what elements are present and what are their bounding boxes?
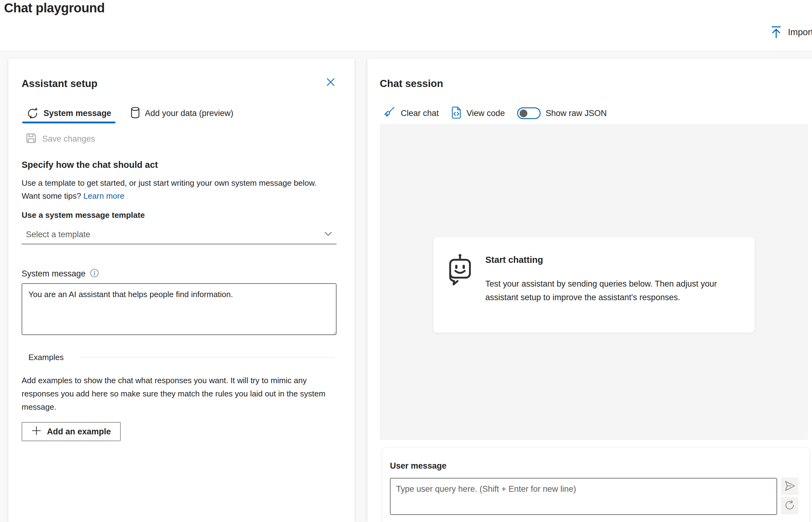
import-label: Import [788, 27, 812, 37]
save-icon [26, 133, 37, 145]
examples-section-header: Examples [22, 351, 336, 363]
save-changes-button[interactable]: Save changes [26, 133, 95, 145]
template-label: Use a system message template [22, 210, 145, 220]
show-raw-json-label: Show raw JSON [545, 108, 607, 118]
tab-add-your-data-label: Add your data (preview) [145, 108, 233, 118]
tab-add-your-data[interactable]: Add your data (preview) [125, 104, 238, 123]
tab-system-message-label: System message [43, 108, 111, 118]
user-message-label: User message [390, 461, 446, 471]
system-message-label: System message [22, 269, 85, 279]
start-chatting-title: Start chatting [485, 255, 543, 265]
code-document-icon [451, 106, 462, 120]
chat-playground-page: Chat playground Import Assistant setup [0, 0, 812, 522]
system-message-textarea[interactable]: You are an AI assistant that helps peopl… [22, 283, 336, 335]
chat-message-area: Start chatting Test your assistant by se… [380, 124, 808, 440]
clear-chat-label: Clear chat [401, 108, 439, 118]
intro-text-body: Use a template to get started, or just s… [22, 178, 316, 201]
import-button[interactable]: Import [770, 25, 812, 39]
retry-icon [784, 500, 795, 512]
toggle-knob [520, 109, 527, 117]
template-dropdown-value: Select a template [26, 230, 91, 239]
start-chatting-description: Test your assistant by sending queries b… [485, 277, 735, 304]
intro-text: Use a template to get started, or just s… [22, 177, 333, 202]
add-example-label: Add an example [47, 427, 111, 437]
close-panel-button[interactable] [324, 76, 337, 89]
view-code-label: View code [466, 108, 505, 118]
chat-session-panel: Chat session Clear chat [367, 59, 812, 522]
close-icon [325, 77, 336, 88]
tab-system-message[interactable]: System message [22, 104, 116, 123]
database-icon [130, 107, 140, 120]
chevron-down-icon [324, 231, 333, 238]
clear-chat-button[interactable]: Clear chat [384, 106, 439, 120]
start-chatting-card: Start chatting Test your assistant by se… [433, 237, 755, 333]
send-icon [784, 480, 796, 493]
send-button[interactable] [781, 478, 798, 495]
chat-session-toolbar: Clear chat View code [384, 104, 607, 123]
page-title: Chat playground [4, 1, 105, 16]
system-message-label-row: System message [22, 268, 99, 279]
header-divider [0, 51, 812, 51]
template-dropdown[interactable]: Select a template [22, 225, 336, 244]
assistant-setup-tabs: System message Add your data (preview) [22, 104, 238, 123]
retry-button[interactable] [781, 497, 798, 514]
save-changes-label: Save changes [42, 134, 95, 144]
user-message-input[interactable] [390, 478, 777, 515]
page-header: Chat playground Import [0, 0, 812, 51]
learn-more-link[interactable]: Learn more [83, 191, 124, 201]
examples-label: Examples [28, 353, 64, 362]
show-raw-json-toggle[interactable] [517, 107, 541, 119]
plus-icon [32, 426, 41, 438]
section-heading: Specify how the chat should act [22, 160, 158, 170]
robot-chat-icon [444, 253, 475, 287]
view-code-button[interactable]: View code [451, 106, 505, 120]
add-example-button[interactable]: Add an example [22, 422, 121, 441]
user-message-card: User message [382, 447, 810, 522]
assistant-setup-title: Assistant setup [22, 78, 98, 89]
examples-description: Add examples to show the chat what respo… [22, 374, 333, 414]
chat-session-title: Chat session [380, 78, 443, 89]
examples-divider [80, 357, 334, 358]
assistant-setup-panel: Assistant setup System message [8, 59, 354, 522]
info-icon[interactable] [90, 268, 99, 279]
upload-arrow-icon [770, 25, 782, 39]
broom-icon [384, 106, 396, 120]
show-raw-json-toggle-group: Show raw JSON [517, 107, 607, 119]
chat-sparkle-icon [26, 106, 39, 120]
